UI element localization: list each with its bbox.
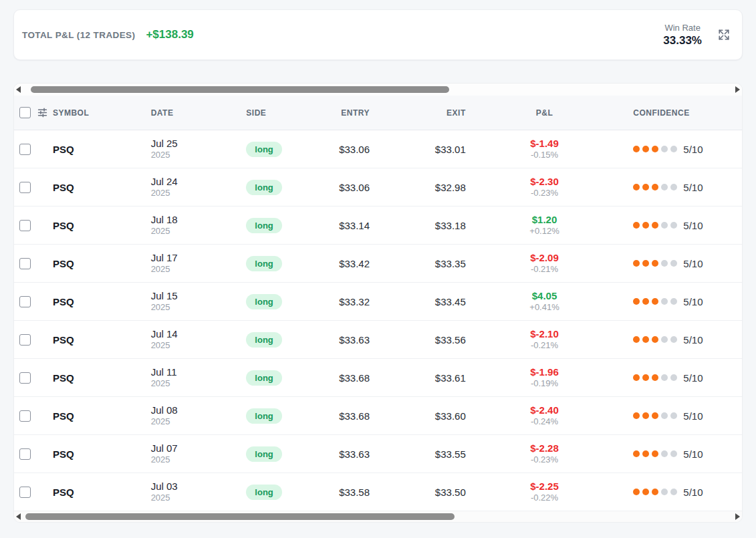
confidence-dot <box>661 412 668 419</box>
symbol-text: PSQ <box>53 334 74 346</box>
table-header-row: SYMBOL DATE SIDE ENTRY EXIT P&L CONFIDEN… <box>14 96 742 130</box>
confidence-score: 5/10 <box>683 448 703 460</box>
trade-date: Jul 03 <box>151 481 178 493</box>
confidence-dot <box>670 184 677 190</box>
expand-button[interactable] <box>717 27 731 42</box>
confidence-dot <box>642 374 649 381</box>
filter-sliders-icon[interactable] <box>37 107 48 118</box>
confidence-dot <box>633 146 640 152</box>
exit-price: $33.01 <box>435 144 466 155</box>
column-header-symbol[interactable]: SYMBOL <box>51 108 151 118</box>
row-checkbox[interactable] <box>19 372 31 384</box>
select-all-checkbox[interactable] <box>19 107 31 118</box>
scroll-thumb[interactable] <box>25 513 455 520</box>
win-rate-value: 33.33% <box>663 34 702 47</box>
entry-price: $33.06 <box>339 182 370 193</box>
symbol-text: PSQ <box>53 144 74 155</box>
entry-price: $33.06 <box>339 144 370 155</box>
confidence-score: 5/10 <box>683 220 703 231</box>
table-row: PSQ Jul 18 2025 long $33.14 $33.18 $1.20… <box>14 207 742 245</box>
confidence-dot <box>670 146 677 152</box>
trade-year: 2025 <box>151 226 178 237</box>
row-checkbox[interactable] <box>19 258 31 269</box>
pnl-value: $-2.30 <box>530 175 559 188</box>
confidence-dot <box>652 298 658 305</box>
side-badge: long <box>246 485 281 500</box>
column-header-exit[interactable]: EXIT <box>370 108 466 118</box>
exit-price: $33.18 <box>435 220 466 231</box>
pnl-value: $-2.28 <box>530 442 559 455</box>
pnl-value: $-2.10 <box>530 327 559 341</box>
entry-price: $33.42 <box>339 258 370 269</box>
confidence-dot <box>642 260 649 267</box>
scroll-track[interactable] <box>23 513 733 520</box>
confidence-dot <box>670 450 677 457</box>
symbol-text: PSQ <box>53 448 74 460</box>
row-checkbox[interactable] <box>19 296 31 307</box>
scroll-left-button[interactable] <box>16 513 21 520</box>
confidence-dot <box>633 374 640 381</box>
confidence-dot <box>652 222 658 229</box>
scroll-left-button[interactable] <box>16 86 21 93</box>
trade-date: Jul 25 <box>151 138 178 150</box>
pnl-percent: -0.22% <box>531 493 558 504</box>
side-badge: long <box>246 256 281 271</box>
confidence-dot <box>652 374 658 381</box>
confidence-dot <box>670 260 677 267</box>
entry-price: $33.14 <box>339 220 370 231</box>
column-header-side[interactable]: SIDE <box>246 108 313 118</box>
trade-date: Jul 08 <box>151 404 178 417</box>
confidence-dots <box>633 336 677 343</box>
entry-price: $33.68 <box>339 372 370 384</box>
symbol-text: PSQ <box>53 182 74 193</box>
confidence-dot <box>633 184 640 190</box>
pnl-percent: -0.23% <box>531 454 558 466</box>
trade-date: Jul 11 <box>151 366 177 379</box>
row-checkbox[interactable] <box>19 182 31 193</box>
table-row: PSQ Jul 17 2025 long $33.42 $33.35 $-2.0… <box>14 245 742 283</box>
confidence-dot <box>661 336 668 343</box>
trade-date: Jul 14 <box>151 328 178 341</box>
confidence-dot <box>661 146 668 152</box>
confidence-dot <box>661 184 668 190</box>
pnl-percent: -0.23% <box>531 188 558 199</box>
scroll-right-button[interactable] <box>735 513 740 520</box>
trade-year: 2025 <box>151 378 177 389</box>
confidence-dots <box>633 489 677 495</box>
column-header-entry[interactable]: ENTRY <box>313 108 370 118</box>
row-checkbox[interactable] <box>19 410 31 422</box>
row-checkbox[interactable] <box>19 220 31 231</box>
pnl-value: $-2.25 <box>530 480 559 493</box>
table-row: PSQ Jul 11 2025 long $33.68 $33.61 $-1.9… <box>14 359 742 397</box>
entry-price: $33.68 <box>339 410 370 422</box>
row-checkbox[interactable] <box>19 487 31 498</box>
scroll-track[interactable] <box>23 86 733 93</box>
side-badge: long <box>246 294 281 309</box>
trades-body: PSQ Jul 25 2025 long $33.06 $33.01 $-1.4… <box>14 130 742 511</box>
confidence-dot <box>652 336 658 343</box>
confidence-score: 5/10 <box>683 372 703 384</box>
confidence-dot <box>670 412 677 419</box>
scroll-thumb[interactable] <box>31 86 449 93</box>
exit-price: $33.55 <box>435 448 466 460</box>
column-header-confidence[interactable]: CONFIDENCE <box>623 108 742 118</box>
column-header-pnl[interactable]: P&L <box>466 108 624 118</box>
pnl-percent: -0.21% <box>531 264 558 275</box>
row-checkbox[interactable] <box>19 144 31 155</box>
exit-price: $33.61 <box>435 372 466 384</box>
symbol-text: PSQ <box>53 487 74 498</box>
trade-date: Jul 07 <box>151 442 178 455</box>
exit-price: $33.50 <box>435 487 466 498</box>
trade-date: Jul 17 <box>151 252 178 265</box>
trade-year: 2025 <box>151 264 178 275</box>
symbol-text: PSQ <box>53 410 74 422</box>
row-checkbox[interactable] <box>19 448 31 460</box>
row-checkbox[interactable] <box>19 334 31 346</box>
bottom-horizontal-scrollbar <box>14 511 742 522</box>
confidence-dot <box>642 336 649 343</box>
confidence-dot <box>670 222 677 229</box>
column-header-date[interactable]: DATE <box>151 108 247 118</box>
confidence-dots <box>633 146 677 152</box>
scroll-right-button[interactable] <box>735 86 740 93</box>
confidence-score: 5/10 <box>683 144 703 155</box>
